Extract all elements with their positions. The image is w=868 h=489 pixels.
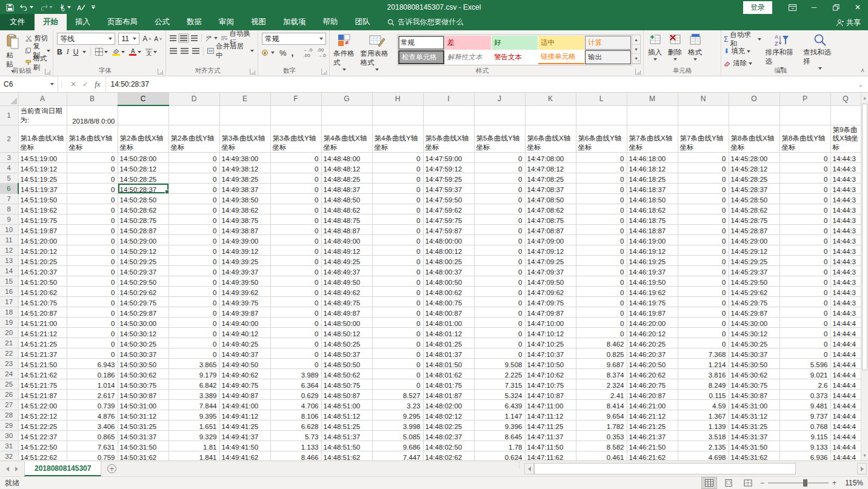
cell-M11[interactable]: 14:46:19:00 <box>627 235 678 245</box>
cell-series-header-L2[interactable]: 第6条曲线Y轴坐标 <box>576 125 627 153</box>
cell-series-header-O2[interactable]: 第8条曲线X轴坐标 <box>729 125 780 153</box>
cell-L29[interactable]: 1.782 <box>576 421 627 431</box>
cell-L22[interactable]: 0.825 <box>576 348 627 359</box>
cell-B27[interactable]: 0.739 <box>67 400 118 410</box>
cell-P6[interactable]: 0 <box>780 184 830 194</box>
cell-B18[interactable]: 0 <box>67 307 118 318</box>
bold-button[interactable]: B <box>57 48 62 56</box>
cell-B19[interactable]: 0 <box>67 318 118 328</box>
column-header-C[interactable]: C <box>118 93 169 105</box>
cell-A25[interactable]: 14:51:21:75 <box>18 379 67 390</box>
cell-C10[interactable]: 14:50:28:87 <box>118 225 169 235</box>
cell-B9[interactable]: 0 <box>67 215 118 225</box>
cell-N20[interactable]: 0 <box>678 328 729 338</box>
row-header-31[interactable]: 31 <box>0 441 18 451</box>
cell-D21[interactable]: 0 <box>169 338 219 348</box>
cell-H21[interactable]: 0 <box>372 338 423 348</box>
cell-G6[interactable]: 14:48:48:37 <box>321 184 372 194</box>
cell-Q8[interactable]: 14:44:3 <box>830 204 861 215</box>
name-box-splitter[interactable]: ⋮ <box>58 76 65 92</box>
row-header-11[interactable]: 11 <box>0 235 18 245</box>
cell-C31[interactable]: 14:50:31:50 <box>118 441 169 451</box>
column-header-G[interactable]: G <box>321 93 372 105</box>
cell-N14[interactable]: 0 <box>678 266 729 276</box>
cell-M22[interactable]: 14:46:20:37 <box>627 348 678 359</box>
cell-N15[interactable]: 0 <box>678 276 729 287</box>
cell-B20[interactable]: 0 <box>67 328 118 338</box>
cell-F26[interactable]: 0.629 <box>270 390 321 400</box>
cell-C3[interactable]: 14:50:28:00 <box>118 153 169 163</box>
cell-L30[interactable]: 0.353 <box>576 431 627 441</box>
cell-series-header-D2[interactable]: 第2条曲线Y轴坐标 <box>169 125 219 153</box>
cell-O3[interactable]: 14:45:28:00 <box>729 153 780 163</box>
row-header-29[interactable]: 29 <box>0 421 18 431</box>
italic-button[interactable]: I <box>67 47 69 56</box>
cell-Q31[interactable]: 14:44:4 <box>830 441 861 451</box>
cell[interactable] <box>576 105 627 125</box>
cell-E32[interactable]: 14:49:41:62 <box>219 451 270 461</box>
column-header-N[interactable]: N <box>678 93 729 105</box>
cell-M5[interactable]: 14:46:18:25 <box>627 173 678 184</box>
cell-P10[interactable]: 0 <box>780 225 830 235</box>
cell-N13[interactable]: 0 <box>678 256 729 266</box>
cell-C20[interactable]: 14:50:30:12 <box>118 328 169 338</box>
accounting-format-button[interactable]: ¥ <box>262 49 275 56</box>
cell-J5[interactable]: 0 <box>474 173 525 184</box>
cell-J12[interactable]: 0 <box>474 245 525 256</box>
cell-P11[interactable]: 0 <box>780 235 830 245</box>
tab-file[interactable]: 文件 <box>0 14 35 30</box>
cell-N24[interactable]: 3.816 <box>678 369 729 379</box>
cell-G11[interactable]: 14:48:49:00 <box>321 235 372 245</box>
cell-H20[interactable]: 0 <box>372 328 423 338</box>
cell-C30[interactable]: 14:50:31:37 <box>118 431 169 441</box>
cell-B25[interactable]: 1.014 <box>67 379 118 390</box>
cell-I28[interactable]: 14:48:02:12 <box>423 410 474 421</box>
cell-E15[interactable]: 14:49:39:50 <box>219 276 270 287</box>
cell-H5[interactable]: 0 <box>372 173 423 184</box>
cell-C18[interactable]: 14:50:29:87 <box>118 307 169 318</box>
cell-L25[interactable]: 2.324 <box>576 379 627 390</box>
cell-C23[interactable]: 14:50:30:50 <box>118 359 169 369</box>
autosum-button[interactable]: Σ自动求和 <box>724 34 761 44</box>
cell-series-header-A2[interactable]: 第1条曲线X轴坐标 <box>18 125 67 153</box>
cell-K9[interactable]: 14:47:08:75 <box>525 215 576 225</box>
cell-H31[interactable]: 9.686 <box>372 441 423 451</box>
cell-L7[interactable]: 0 <box>576 194 627 204</box>
cell-O12[interactable]: 14:45:29:12 <box>729 245 780 256</box>
row-header-17[interactable]: 17 <box>0 297 18 307</box>
cell-C24[interactable]: 14:50:30:62 <box>118 369 169 379</box>
cell-Q25[interactable]: 14:44:4 <box>830 379 861 390</box>
cell-B12[interactable]: 0 <box>67 245 118 256</box>
cell-N23[interactable]: 1.214 <box>678 359 729 369</box>
cell-L21[interactable]: 8.462 <box>576 338 627 348</box>
cell-E31[interactable]: 14:49:41:50 <box>219 441 270 451</box>
cell-D28[interactable]: 9.395 <box>169 410 219 421</box>
cell-M29[interactable]: 14:46:21:25 <box>627 421 678 431</box>
cell-F5[interactable]: 0 <box>270 173 321 184</box>
cell-N26[interactable]: 0.115 <box>678 390 729 400</box>
cell-O18[interactable]: 14:45:29:87 <box>729 307 780 318</box>
cell-K23[interactable]: 14:47:10:50 <box>525 359 576 369</box>
view-normal-button[interactable] <box>702 477 716 488</box>
cell-E27[interactable]: 14:49:41:00 <box>219 400 270 410</box>
cell-K14[interactable]: 14:47:09:37 <box>525 266 576 276</box>
cell-Q20[interactable]: 14:44:4 <box>830 328 861 338</box>
cell-E12[interactable]: 14:49:39:12 <box>219 245 270 256</box>
cell-D29[interactable]: 1.651 <box>169 421 219 431</box>
cell[interactable] <box>321 105 372 125</box>
undo-button[interactable] <box>20 4 33 11</box>
cell-J8[interactable]: 0 <box>474 204 525 215</box>
fill-button[interactable]: ⬇填充 <box>724 46 761 56</box>
cell-Q29[interactable]: 14:44:4 <box>830 421 861 431</box>
cell-C25[interactable]: 14:50:30:75 <box>118 379 169 390</box>
cell-P31[interactable]: 9.133 <box>780 441 830 451</box>
cell-M18[interactable]: 14:46:19:87 <box>627 307 678 318</box>
cell-N19[interactable]: 0 <box>678 318 729 328</box>
cell-N18[interactable]: 0 <box>678 307 729 318</box>
cell-F20[interactable]: 0 <box>270 328 321 338</box>
cell-A26[interactable]: 14:51:21:87 <box>18 390 67 400</box>
tab-view[interactable]: 视图 <box>242 14 275 30</box>
tab-review[interactable]: 审阅 <box>210 14 242 30</box>
cell-H32[interactable]: 7.447 <box>372 451 423 461</box>
cell-G31[interactable]: 14:48:51:50 <box>321 441 372 451</box>
